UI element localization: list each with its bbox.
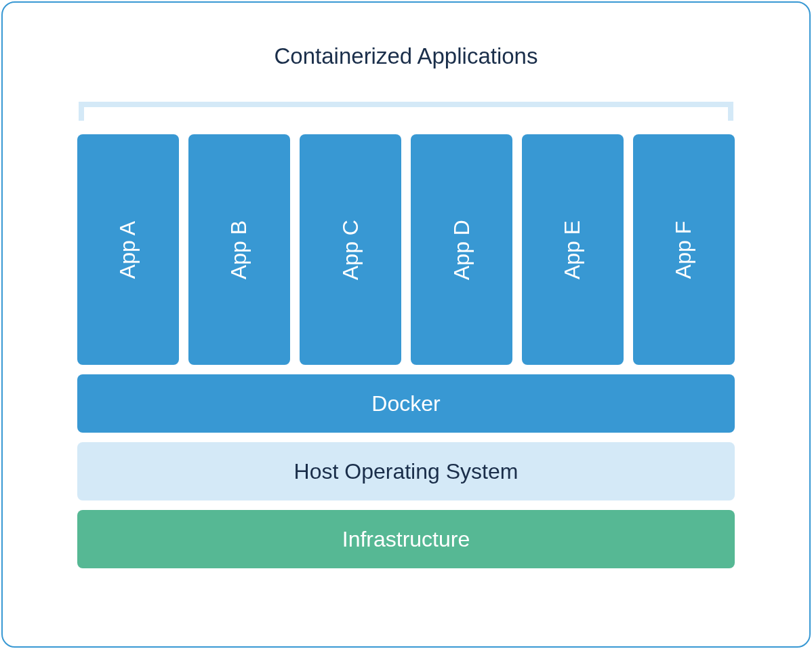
docker-label: Docker: [371, 391, 440, 416]
infrastructure-layer: Infrastructure: [77, 510, 735, 568]
apps-row: App A App B App C App D App E App F: [77, 134, 735, 365]
app-label: App E: [560, 220, 585, 279]
app-box-e: App E: [522, 134, 624, 365]
host-os-label: Host Operating System: [294, 459, 519, 484]
host-os-layer: Host Operating System: [77, 442, 735, 500]
app-label: App B: [226, 220, 251, 279]
app-box-b: App B: [188, 134, 290, 365]
app-box-d: App D: [411, 134, 512, 365]
app-label: App F: [672, 220, 697, 278]
app-box-f: App F: [633, 134, 735, 365]
diagram-container: Containerized Applications App A App B A…: [1, 1, 811, 648]
bracket-icon: [77, 102, 735, 122]
app-box-a: App A: [77, 134, 179, 365]
app-label: App A: [116, 220, 141, 278]
diagram-title: Containerized Applications: [77, 43, 735, 69]
infrastructure-label: Infrastructure: [342, 527, 470, 552]
app-label: App D: [449, 220, 474, 280]
app-box-c: App C: [300, 134, 401, 365]
app-label: App C: [338, 220, 363, 280]
docker-layer: Docker: [77, 374, 735, 433]
